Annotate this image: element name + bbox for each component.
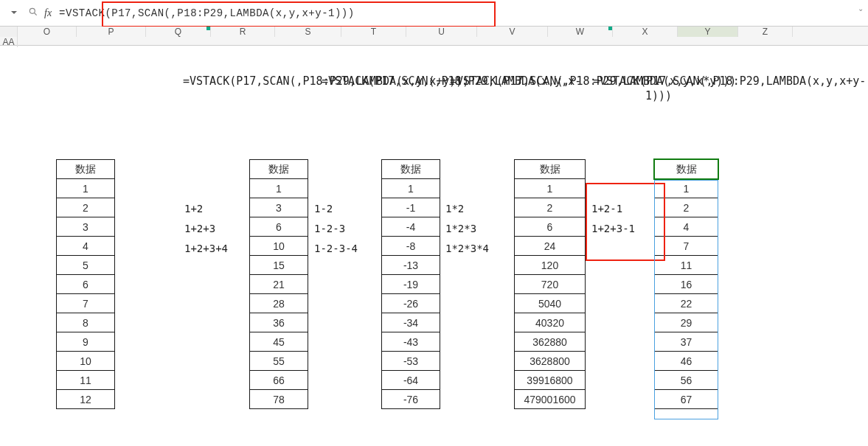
col-w-header: 数据 <box>515 160 586 179</box>
cell[interactable]: 720 <box>515 275 586 294</box>
cell[interactable]: 21 <box>250 275 308 294</box>
cell[interactable]: -13 <box>382 256 440 275</box>
formula-area: fx <box>44 7 862 19</box>
cell[interactable]: 55 <box>250 352 308 371</box>
grid: O P Q R S T U V W X Y Z AA =VSTACK(P17,S… <box>0 27 868 446</box>
col-header-Z[interactable]: Z <box>738 27 793 37</box>
col-header-P[interactable]: P <box>77 27 146 37</box>
cell[interactable]: 10 <box>250 237 308 256</box>
cell[interactable]: 40320 <box>515 313 586 332</box>
cell[interactable]: 5 <box>57 256 115 275</box>
svg-point-0 <box>29 8 35 13</box>
cell[interactable]: 479001600 <box>515 390 586 409</box>
sheet-body[interactable]: =VSTACK(P17,SCAN(,P18:P29,LAMBDA(x,y,x+y… <box>0 46 868 446</box>
cell[interactable]: 3 <box>57 217 115 237</box>
cell[interactable]: -8 <box>382 237 440 256</box>
col-y-header: 数据 <box>655 160 718 179</box>
cell[interactable]: -4 <box>382 217 440 237</box>
cell[interactable]: 36 <box>250 313 308 332</box>
cell[interactable]: -64 <box>382 371 440 390</box>
cell[interactable]: 15 <box>250 256 308 275</box>
cell[interactable]: 1 <box>382 179 440 198</box>
cell[interactable]: 6 <box>250 217 308 237</box>
cell[interactable]: 10 <box>57 352 115 371</box>
cell[interactable]: 29 <box>655 313 718 332</box>
cell[interactable]: 1 <box>250 179 308 198</box>
col-header-Y[interactable]: Y <box>678 27 738 37</box>
annot-t2: 1-2-3 <box>314 223 345 234</box>
cell[interactable]: 2 <box>515 198 586 217</box>
annot-x1: 1+2-1 <box>591 203 622 215</box>
cell[interactable]: -1 <box>382 198 440 217</box>
cell[interactable]: 11 <box>655 256 718 275</box>
svg-line-1 <box>35 13 37 15</box>
col-header-Q[interactable]: Q <box>146 27 211 37</box>
formula-input[interactable] <box>59 7 862 19</box>
chevron-down-icon <box>10 9 18 18</box>
cell[interactable]: 3 <box>250 198 308 217</box>
col-header-R[interactable]: R <box>211 27 275 37</box>
col-header-W[interactable]: W <box>548 27 613 37</box>
cell[interactable]: 45 <box>250 332 308 352</box>
cell[interactable]: 5040 <box>515 294 586 313</box>
annot-v2: 1*2*3 <box>445 223 476 234</box>
cell[interactable]: 7 <box>655 237 718 256</box>
annot-x2: 1+2+3-1 <box>591 223 635 234</box>
col-header-X[interactable]: X <box>613 27 678 37</box>
formula-expand-icon[interactable]: ⌄ <box>858 4 864 13</box>
cell[interactable]: -76 <box>382 390 440 409</box>
cell[interactable]: 3628800 <box>515 352 586 371</box>
cell[interactable]: -43 <box>382 332 440 352</box>
select-all-corner[interactable] <box>0 27 18 37</box>
annot-v3: 1*2*3*4 <box>445 243 489 254</box>
cell[interactable]: 1 <box>515 179 586 198</box>
col-header-U[interactable]: U <box>406 27 477 37</box>
col-header-S[interactable]: S <box>275 27 341 37</box>
cell[interactable]: 78 <box>250 390 308 409</box>
cell[interactable]: 37 <box>655 332 718 352</box>
cell[interactable]: -26 <box>382 294 440 313</box>
cell[interactable]: 39916800 <box>515 371 586 390</box>
cell[interactable]: 6 <box>515 217 586 237</box>
cell[interactable]: 7 <box>57 294 115 313</box>
cell[interactable]: 2 <box>57 198 115 217</box>
cell[interactable]: 1 <box>655 179 718 198</box>
table-s: 数据 1 3 6 10 15 21 28 36 45 55 66 78 <box>249 159 308 409</box>
formula-label-y: =VSTACK(P17,SCAN(,P18:P29,LAMBDA(x,y,x+y… <box>593 74 724 103</box>
cell[interactable]: 9 <box>57 332 115 352</box>
cell[interactable]: 4 <box>655 217 718 237</box>
cell[interactable]: 4 <box>57 237 115 256</box>
col-header-T[interactable]: T <box>341 27 406 37</box>
annot-r2: 1+2+3 <box>184 223 215 234</box>
formula-label-s: =VSTACK(P17,SCAN(,P18:P29,LAMBDA(x,y,x+y… <box>183 74 320 88</box>
cell[interactable]: 67 <box>655 390 718 409</box>
cell[interactable]: 46 <box>655 352 718 371</box>
cell[interactable]: 28 <box>250 294 308 313</box>
cell[interactable]: -34 <box>382 313 440 332</box>
cell[interactable]: 1 <box>57 179 115 198</box>
cell[interactable]: -19 <box>382 275 440 294</box>
col-u-header: 数据 <box>382 160 440 179</box>
col-header-V[interactable]: V <box>477 27 548 37</box>
table-y: 数据 1 2 4 7 11 16 22 29 37 46 56 67 <box>654 159 718 409</box>
cell[interactable]: 362880 <box>515 332 586 352</box>
cell[interactable]: 16 <box>655 275 718 294</box>
formula-bar: fx ⌄ <box>0 0 868 27</box>
cell[interactable]: 12 <box>57 390 115 409</box>
col-s-header: 数据 <box>250 160 308 179</box>
cell[interactable]: 11 <box>57 371 115 390</box>
fx-icon[interactable]: fx <box>44 7 52 19</box>
cell[interactable]: 66 <box>250 371 308 390</box>
cell[interactable]: 120 <box>515 256 586 275</box>
name-box[interactable] <box>6 7 22 19</box>
cell[interactable]: 24 <box>515 237 586 256</box>
cell[interactable]: 22 <box>655 294 718 313</box>
annot-r1: 1+2 <box>184 203 203 215</box>
search-icon[interactable] <box>28 7 38 19</box>
col-header-O[interactable]: O <box>18 27 77 37</box>
cell[interactable]: -53 <box>382 352 440 371</box>
cell[interactable]: 6 <box>57 275 115 294</box>
cell[interactable]: 56 <box>655 371 718 390</box>
cell[interactable]: 8 <box>57 313 115 332</box>
cell[interactable]: 2 <box>655 198 718 217</box>
